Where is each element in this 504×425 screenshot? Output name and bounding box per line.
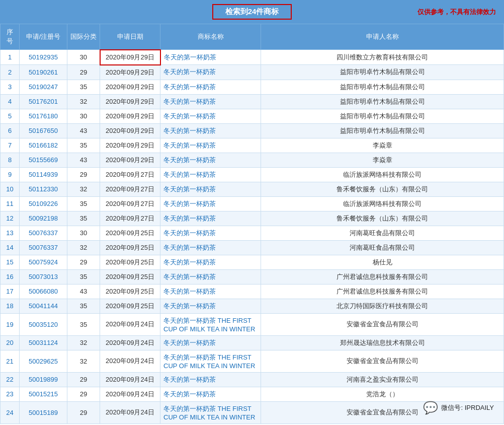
trademark-name-link[interactable]: 冬天的第一杯奶茶 (163, 258, 216, 266)
trademark-name-link[interactable]: 冬天的第一杯奶茶 (163, 215, 216, 222)
trademark-name-link[interactable]: 冬天的第一杯奶茶 (163, 171, 216, 178)
appno-link[interactable]: 50176201 (29, 98, 58, 105)
trademark-name-link[interactable]: 冬天的第一杯奶茶 (163, 390, 216, 398)
search-result-button[interactable]: 检索到24件商标 (212, 4, 292, 20)
cell-trademark-name[interactable]: 冬天的第一杯奶茶 (160, 240, 261, 255)
cell-trademark-name[interactable]: 冬天的第一杯奶茶 (160, 182, 261, 196)
cell-appno[interactable]: 50190247 (20, 80, 67, 94)
cell-appno[interactable]: 50176180 (20, 109, 67, 123)
appno-link[interactable]: 50031124 (29, 339, 58, 346)
cell-appno[interactable]: 50076337 (20, 240, 67, 255)
appno-link[interactable]: 50166182 (29, 141, 58, 149)
cell-trademark-name[interactable]: 冬天的第一杯奶茶 (160, 372, 261, 387)
cell-trademark-name[interactable]: 冬天的第一杯奶茶 (160, 94, 261, 109)
cell-trademark-name[interactable]: 冬天的第一杯奶茶 (160, 255, 261, 269)
cell-appno[interactable]: 50167650 (20, 123, 67, 138)
cell-appno[interactable]: 50073013 (20, 269, 67, 284)
trademark-name-link[interactable]: 冬天的第一杯奶茶 (163, 83, 216, 91)
trademark-name-link[interactable]: 冬天的第一杯奶茶 (163, 185, 216, 193)
cell-trademark-name[interactable]: 冬天的第一杯奶茶 (160, 153, 261, 167)
cell-appno[interactable]: 50029625 (20, 350, 67, 372)
cell-trademark-name[interactable]: 冬天的第一杯奶茶 (160, 138, 261, 153)
trademark-name-link[interactable]: 冬天的第一杯奶茶 THE FIRST CUP OF MILK TEA IN WI… (163, 353, 255, 370)
trademark-name-link[interactable]: 冬天的第一杯奶茶 (163, 339, 216, 346)
appno-link[interactable]: 50066080 (29, 288, 58, 295)
cell-applicant: 广州君诚信息科技服务有限公司 (261, 284, 504, 299)
trademark-name-link[interactable]: 冬天的第一杯奶茶 (163, 302, 216, 310)
appno-link[interactable]: 50109226 (29, 200, 58, 207)
appno-link[interactable]: 50029625 (29, 358, 58, 365)
cell-date: 2020年09月25日 (100, 284, 160, 299)
cell-trademark-name[interactable]: 冬天的第一杯奶茶 (160, 123, 261, 138)
cell-appno[interactable]: 50075924 (20, 255, 67, 269)
appno-link[interactable]: 50041144 (29, 302, 58, 310)
cell-trademark-name[interactable]: 冬天的第一杯奶茶 (160, 387, 261, 401)
appno-link[interactable]: 50167650 (29, 127, 58, 134)
cell-appno[interactable]: 50176201 (20, 94, 67, 109)
cell-appno[interactable]: 50092198 (20, 211, 67, 226)
cell-appno[interactable]: 50035120 (20, 313, 67, 335)
trademark-name-link[interactable]: 冬天的第一杯奶茶 (163, 98, 216, 105)
cell-appno[interactable]: 50155669 (20, 153, 67, 167)
cell-trademark-name[interactable]: 冬天的第一杯奶茶 (160, 50, 261, 65)
appno-link[interactable]: 50114939 (29, 171, 58, 178)
cell-num: 14 (1, 240, 20, 255)
cell-trademark-name[interactable]: 冬天的第一杯奶茶 (160, 80, 261, 94)
cell-trademark-name[interactable]: 冬天的第一杯奶茶 THE FIRST CUP OF MILK TEA IN WI… (160, 350, 261, 372)
cell-trademark-name[interactable]: 冬天的第一杯奶茶 (160, 226, 261, 240)
trademark-name-link[interactable]: 冬天的第一杯奶茶 (163, 244, 216, 251)
trademark-name-link[interactable]: 冬天的第一杯奶茶 (163, 127, 216, 134)
trademark-name-link[interactable]: 冬天的第一杯奶茶 (163, 376, 216, 383)
cell-appno[interactable]: 50015189 (20, 401, 67, 423)
cell-appno[interactable]: 50076337 (20, 226, 67, 240)
cell-trademark-name[interactable]: 冬天的第一杯奶茶 (160, 109, 261, 123)
appno-link[interactable]: 50190247 (29, 83, 58, 91)
appno-link[interactable]: 50073013 (29, 273, 58, 280)
appno-link[interactable]: 50076337 (29, 229, 58, 237)
cell-trademark-name[interactable]: 冬天的第一杯奶茶 (160, 335, 261, 350)
appno-link[interactable]: 50075924 (29, 258, 58, 266)
appno-link[interactable]: 50092198 (29, 215, 58, 222)
cell-appno[interactable]: 50066080 (20, 284, 67, 299)
cell-trademark-name[interactable]: 冬天的第一杯奶茶 THE FIRST CUP OF MILK TEA IN WI… (160, 401, 261, 423)
cell-appno[interactable]: 50031124 (20, 335, 67, 350)
trademark-name-link[interactable]: 冬天的第一杯奶茶 (163, 273, 216, 280)
cell-appno[interactable]: 50190261 (20, 65, 67, 80)
appno-link[interactable]: 50015215 (29, 390, 58, 398)
appno-link[interactable]: 50112330 (29, 185, 58, 193)
appno-link[interactable]: 50176180 (29, 112, 58, 120)
trademark-name-link[interactable]: 冬天的第一杯奶茶 (163, 229, 216, 237)
cell-trademark-name[interactable]: 冬天的第一杯奶茶 THE FIRST CUP OF MILK TEA IN WI… (160, 313, 261, 335)
cell-appno[interactable]: 50041144 (20, 299, 67, 313)
trademark-name-link[interactable]: 冬天的第一杯奶茶 THE FIRST CUP OF MILK TEA IN WI… (163, 405, 255, 421)
appno-link[interactable]: 50190261 (29, 68, 58, 76)
cell-appno[interactable]: 50112330 (20, 182, 67, 196)
trademark-name-link[interactable]: 冬天的第一杯奶茶 (163, 112, 216, 120)
trademark-name-link[interactable]: 冬天的第一杯奶茶 (163, 156, 216, 164)
appno-link[interactable]: 50015189 (29, 409, 58, 416)
appno-link[interactable]: 50035120 (29, 321, 58, 328)
cell-trademark-name[interactable]: 冬天的第一杯奶茶 (160, 65, 261, 80)
cell-trademark-name[interactable]: 冬天的第一杯奶茶 (160, 269, 261, 284)
cell-appno[interactable]: 50019899 (20, 372, 67, 387)
cell-appno[interactable]: 50109226 (20, 196, 67, 211)
cell-trademark-name[interactable]: 冬天的第一杯奶茶 (160, 211, 261, 226)
trademark-name-link[interactable]: 冬天的第一杯奶茶 (163, 141, 216, 149)
appno-link[interactable]: 50192935 (29, 53, 58, 61)
appno-link[interactable]: 50076337 (29, 244, 58, 251)
cell-trademark-name[interactable]: 冬天的第一杯奶茶 (160, 196, 261, 211)
appno-link[interactable]: 50019899 (29, 376, 58, 383)
cell-appno[interactable]: 50192935 (20, 50, 67, 65)
cell-trademark-name[interactable]: 冬天的第一杯奶茶 (160, 167, 261, 182)
appno-link[interactable]: 50155669 (29, 156, 58, 164)
cell-appno[interactable]: 50015215 (20, 387, 67, 401)
cell-trademark-name[interactable]: 冬天的第一杯奶茶 (160, 299, 261, 313)
trademark-name-link[interactable]: 冬天的第一杯奶茶 (163, 200, 216, 207)
trademark-name-link[interactable]: 冬天的第一杯奶茶 (163, 68, 216, 76)
cell-appno[interactable]: 50166182 (20, 138, 67, 153)
cell-appno[interactable]: 50114939 (20, 167, 67, 182)
cell-trademark-name[interactable]: 冬天的第一杯奶茶 (160, 284, 261, 299)
trademark-name-link[interactable]: 冬天的第一杯奶茶 (164, 53, 216, 61)
trademark-name-link[interactable]: 冬天的第一杯奶茶 (163, 288, 216, 295)
trademark-name-link[interactable]: 冬天的第一杯奶茶 THE FIRST CUP OF MILK TEA IN WI… (163, 317, 255, 333)
